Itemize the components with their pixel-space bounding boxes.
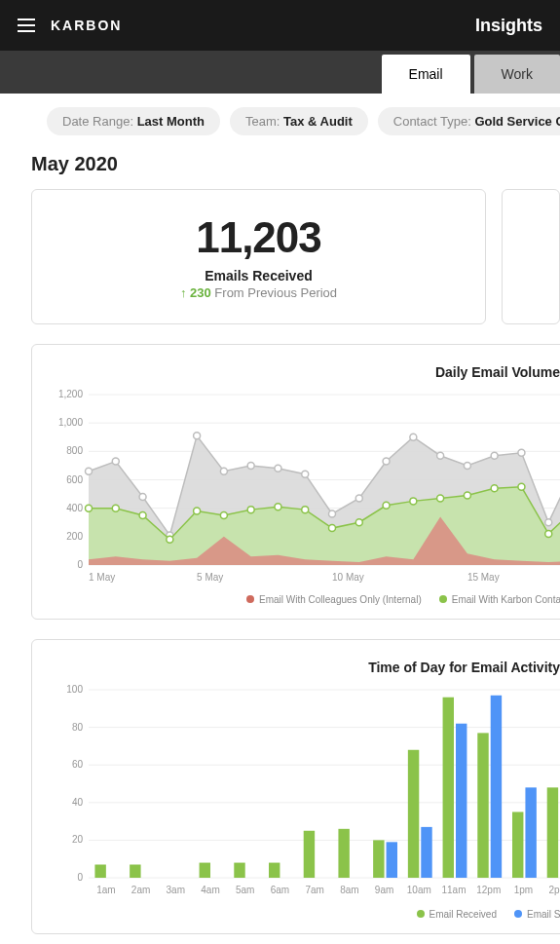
svg-text:8am: 8am	[340, 885, 358, 895]
metric-value: 11,203	[52, 213, 466, 262]
svg-text:0: 0	[77, 559, 83, 570]
svg-rect-98	[547, 787, 558, 878]
svg-point-22	[194, 433, 201, 439]
chart-card-time-of-day: Time of Day for Email Activity 020406080…	[31, 639, 560, 934]
svg-text:0: 0	[77, 872, 83, 883]
svg-point-43	[247, 507, 254, 513]
chart-title: Daily Email Volume	[52, 364, 560, 380]
svg-point-19	[112, 458, 119, 465]
svg-rect-83	[373, 840, 384, 878]
svg-text:9am: 9am	[375, 885, 393, 895]
svg-text:1pm: 1pm	[514, 885, 533, 895]
page-title: Insights	[475, 16, 542, 36]
svg-point-51	[464, 492, 470, 499]
svg-text:5 May: 5 May	[197, 572, 223, 583]
metric-cards-row: 11,203 Emails Received ↑ 230 From Previo…	[0, 189, 560, 344]
svg-text:40: 40	[72, 797, 84, 808]
metric-delta-value: 230	[190, 285, 211, 300]
legend-dot-icon	[514, 910, 522, 918]
svg-point-44	[275, 504, 281, 510]
legend-dot-icon	[246, 595, 254, 603]
svg-text:20: 20	[72, 834, 84, 845]
svg-rect-77	[269, 863, 280, 878]
svg-point-47	[355, 519, 362, 526]
sub-bar: Email Work	[0, 51, 560, 94]
svg-point-48	[383, 502, 390, 509]
svg-rect-68	[94, 864, 105, 878]
svg-point-18	[86, 468, 93, 474]
metric-card-next	[502, 189, 560, 324]
svg-point-49	[410, 498, 417, 505]
svg-rect-86	[408, 750, 419, 878]
svg-text:7am: 7am	[305, 885, 323, 895]
svg-text:600: 600	[66, 474, 83, 485]
svg-point-53	[518, 483, 525, 490]
svg-point-23	[220, 468, 227, 474]
svg-point-50	[437, 495, 444, 502]
legend-item: Email With Karbon Contac	[439, 594, 560, 605]
filter-value: Tax & Audit	[283, 114, 353, 129]
svg-rect-93	[491, 696, 502, 878]
legend-label: Email With Colleagues Only (Internal)	[259, 594, 422, 605]
svg-point-24	[247, 462, 254, 469]
svg-point-42	[220, 511, 227, 518]
svg-text:12pm: 12pm	[476, 885, 501, 895]
svg-point-25	[275, 465, 281, 472]
svg-text:200: 200	[66, 531, 83, 542]
chart-title: Time of Day for Email Activity	[52, 660, 560, 675]
svg-point-32	[464, 462, 470, 469]
chart-daily-volume: 02004006008001,0001,2001 May5 May10 May1…	[52, 390, 560, 585]
svg-text:1 May: 1 May	[89, 572, 115, 583]
svg-text:100: 100	[66, 685, 83, 695]
svg-rect-79	[304, 831, 315, 878]
tab-email[interactable]: Email	[382, 55, 470, 94]
svg-point-41	[194, 508, 201, 514]
svg-point-40	[167, 536, 173, 543]
legend-dot-icon	[439, 595, 447, 603]
svg-text:15 May: 15 May	[467, 572, 500, 583]
svg-point-37	[86, 505, 93, 511]
tab-work[interactable]: Work	[474, 55, 560, 94]
legend-dot-icon	[417, 910, 425, 918]
legend-item: Email With Colleagues Only (Internal)	[246, 594, 422, 605]
svg-point-28	[355, 495, 362, 502]
svg-point-29	[383, 458, 390, 465]
filter-contact-type[interactable]: Contact Type: Gold Service Client	[378, 107, 560, 135]
filter-date-range[interactable]: Date Range: Last Month	[47, 107, 220, 135]
legend-label: Email Se	[527, 909, 560, 920]
svg-point-52	[491, 485, 498, 492]
tabs: Email Work	[378, 55, 560, 94]
chart-legend: Email Received Email Se	[52, 899, 560, 920]
svg-point-20	[139, 494, 146, 501]
filter-label: Contact Type:	[393, 114, 471, 129]
legend-item: Email Se	[514, 909, 560, 920]
svg-text:5am: 5am	[236, 885, 254, 895]
menu-icon[interactable]	[18, 19, 35, 32]
svg-text:4am: 4am	[201, 885, 219, 895]
svg-text:1,200: 1,200	[58, 390, 83, 399]
legend-label: Email Received	[429, 909, 497, 920]
top-bar: KARBON Insights	[0, 0, 560, 51]
period-heading: May 2020	[0, 149, 560, 189]
svg-point-38	[112, 505, 119, 511]
svg-text:400: 400	[66, 503, 83, 513]
svg-point-54	[545, 530, 552, 537]
svg-text:3am: 3am	[167, 885, 185, 895]
svg-rect-96	[525, 787, 536, 878]
metric-label: Emails Received	[52, 268, 466, 283]
svg-rect-73	[200, 863, 210, 878]
svg-text:6am: 6am	[271, 885, 289, 895]
legend-label: Email With Karbon Contac	[452, 594, 560, 605]
brand-logo: KARBON	[51, 18, 122, 33]
svg-point-30	[410, 434, 417, 440]
filter-team[interactable]: Team: Tax & Audit	[230, 107, 368, 135]
svg-text:2pm: 2pm	[548, 885, 560, 895]
filter-value: Gold Service Client	[474, 114, 560, 129]
svg-point-27	[329, 510, 336, 517]
svg-text:10 May: 10 May	[332, 572, 364, 583]
filter-label: Date Range:	[62, 114, 133, 129]
svg-rect-87	[421, 827, 431, 878]
filter-value: Last Month	[137, 114, 205, 129]
legend-item: Email Received	[417, 909, 497, 920]
svg-rect-90	[456, 724, 467, 878]
